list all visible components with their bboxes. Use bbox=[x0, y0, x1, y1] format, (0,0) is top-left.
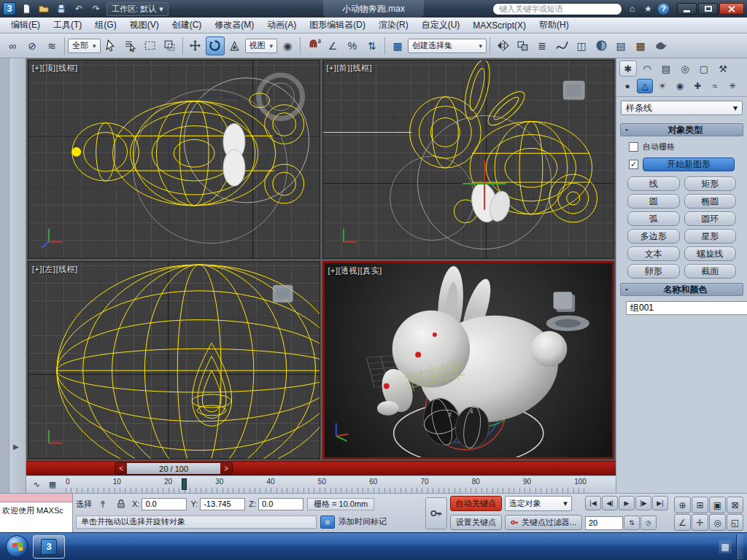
select-link-icon[interactable]: ∞ bbox=[3, 36, 22, 55]
help-icon[interactable]: ? bbox=[658, 4, 669, 15]
selection-filter-dropdown[interactable]: 全部 ▾ bbox=[68, 39, 101, 53]
field-of-view-icon[interactable]: ∠ bbox=[674, 514, 691, 531]
menu-customize[interactable]: 自定义(U) bbox=[415, 18, 467, 33]
tab-motion-icon[interactable]: ◎ bbox=[676, 61, 694, 77]
select-scale-icon[interactable] bbox=[225, 36, 244, 55]
tab-create-icon[interactable]: ✱ bbox=[619, 61, 637, 77]
schematic-view-icon[interactable]: ◫ bbox=[572, 36, 591, 55]
menu-views[interactable]: 视图(V) bbox=[123, 18, 166, 33]
y-input[interactable] bbox=[200, 498, 245, 510]
favorites-icon[interactable]: ★ bbox=[642, 4, 654, 14]
redo-icon[interactable]: ↷ bbox=[89, 2, 104, 15]
current-frame-input[interactable] bbox=[585, 516, 623, 530]
sub-geometry-icon[interactable]: ● bbox=[619, 79, 635, 93]
render-setup-icon[interactable]: ▤ bbox=[611, 36, 630, 55]
undo-icon[interactable]: ↶ bbox=[71, 2, 86, 15]
pan-icon[interactable]: ✛ bbox=[692, 514, 708, 531]
close-button[interactable] bbox=[719, 3, 744, 15]
render-icon[interactable] bbox=[651, 36, 670, 55]
name-color-header[interactable]: - 名称和颜色 bbox=[620, 283, 743, 296]
maximize-button[interactable] bbox=[698, 3, 718, 15]
viewport-perspective[interactable]: [+][透视][真实] bbox=[322, 261, 615, 460]
listener-line[interactable]: 欢迎使用 MAXSc bbox=[0, 502, 72, 532]
set-key-button[interactable]: 设置关键点 bbox=[450, 515, 502, 530]
layer-manager-icon[interactable]: ≣ bbox=[533, 36, 551, 55]
shape-button-arc[interactable]: 弧 bbox=[627, 211, 680, 226]
time-slider-handle[interactable]: < 20 / 100 > bbox=[115, 462, 233, 475]
menu-animation[interactable]: 动画(A) bbox=[260, 18, 303, 33]
menu-create[interactable]: 创建(C) bbox=[166, 18, 209, 33]
shape-button-star[interactable]: 星形 bbox=[684, 229, 737, 244]
current-frame-marker[interactable] bbox=[182, 478, 187, 490]
select-by-name-icon[interactable] bbox=[121, 36, 140, 55]
macro-recorder-line[interactable] bbox=[0, 494, 72, 502]
viewport-front[interactable]: [+][前][线框] bbox=[322, 60, 615, 259]
search-input[interactable] bbox=[492, 3, 622, 15]
isolate-icon[interactable] bbox=[96, 497, 110, 510]
lock-icon[interactable] bbox=[114, 497, 128, 510]
mirror-icon[interactable] bbox=[493, 36, 512, 55]
viewport-top[interactable]: [+][顶][线框] bbox=[28, 60, 320, 259]
unlink-icon[interactable]: ⊘ bbox=[23, 36, 42, 55]
shape-button-donut[interactable]: 圆环 bbox=[684, 211, 737, 226]
zoom-icon[interactable]: ⊕ bbox=[674, 497, 691, 513]
use-pivot-center-icon[interactable]: ◉ bbox=[278, 36, 297, 55]
curve-editor-icon[interactable] bbox=[552, 36, 571, 55]
orbit-icon[interactable]: ◎ bbox=[709, 514, 726, 531]
shape-button-helix[interactable]: 螺旋线 bbox=[684, 246, 737, 261]
expand-arrow-icon[interactable]: ▶ bbox=[13, 443, 19, 451]
sub-systems-icon[interactable]: ✳ bbox=[724, 79, 740, 93]
object-name-input[interactable] bbox=[626, 301, 747, 315]
sub-helpers-icon[interactable]: ✚ bbox=[689, 79, 705, 93]
rendered-frame-icon[interactable]: ▦ bbox=[631, 36, 650, 55]
mini-curve-editor-icon[interactable]: ∿ bbox=[29, 478, 44, 491]
shape-button-circle[interactable]: 圆 bbox=[627, 194, 680, 209]
sub-spacewarps-icon[interactable]: ≈ bbox=[707, 79, 723, 93]
viewport-left-label[interactable]: [+][左][线框] bbox=[32, 264, 78, 275]
autogrid-checkbox[interactable] bbox=[629, 142, 638, 152]
menu-maxscript[interactable]: MAXScript(X) bbox=[466, 19, 533, 32]
frame-spinner[interactable]: ⇅ bbox=[624, 516, 640, 530]
viewport-front-label[interactable]: [+][前][线框] bbox=[327, 63, 373, 74]
named-sets-dropdown[interactable]: 创建选择集 ▾ bbox=[408, 39, 487, 53]
new-file-icon[interactable] bbox=[19, 2, 34, 15]
next-frame-arrow[interactable]: > bbox=[220, 463, 232, 474]
edit-named-sets-icon[interactable]: ▦ bbox=[388, 36, 407, 55]
track-bar[interactable]: ∿ ▦ 0 10 20 30 40 50 60 70 80 90 100 bbox=[26, 475, 616, 493]
next-frame-icon[interactable]: |▶ bbox=[635, 496, 651, 510]
coord-system-dropdown[interactable]: 视图 ▾ bbox=[245, 39, 278, 53]
add-time-tag[interactable]: 添加时间标记 bbox=[338, 516, 387, 527]
time-config-icon[interactable]: ◷ bbox=[640, 516, 657, 530]
window-crossing-icon[interactable] bbox=[160, 36, 179, 55]
snap-toggle-icon[interactable]: 3 bbox=[303, 36, 322, 55]
menu-group[interactable]: 组(G) bbox=[88, 18, 123, 33]
sub-cameras-icon[interactable]: ◉ bbox=[672, 79, 688, 93]
key-filters-button[interactable]: 关键点过滤器... bbox=[505, 515, 582, 530]
tab-hierarchy-icon[interactable]: ▤ bbox=[657, 61, 675, 77]
shape-button-ngon[interactable]: 多边形 bbox=[627, 229, 680, 244]
select-move-icon[interactable] bbox=[186, 36, 205, 55]
menu-edit[interactable]: 编辑(E) bbox=[4, 18, 47, 33]
align-icon[interactable] bbox=[513, 36, 532, 55]
maxscript-mini-listener[interactable]: 欢迎使用 MAXSc bbox=[0, 494, 73, 532]
workspace-dropdown[interactable]: 工作区: 默认 ▾ bbox=[107, 2, 169, 16]
listener-open-icon[interactable]: ≡ bbox=[320, 516, 335, 529]
percent-snap-icon[interactable]: % bbox=[343, 36, 362, 55]
spinner-snap-icon[interactable]: ⇅ bbox=[363, 36, 382, 55]
time-slider[interactable]: < 20 / 100 > bbox=[26, 461, 616, 475]
shape-button-line[interactable]: 线 bbox=[627, 176, 680, 191]
tray-icon[interactable]: ▦ bbox=[719, 540, 732, 553]
go-start-icon[interactable]: |◀ bbox=[585, 496, 601, 510]
maximize-viewport-icon[interactable]: ◱ bbox=[727, 514, 743, 531]
open-file-icon[interactable] bbox=[36, 2, 51, 15]
key-selection-set-dropdown[interactable]: 选定对象 ▾ bbox=[505, 496, 572, 511]
go-end-icon[interactable]: ▶| bbox=[652, 496, 668, 510]
z-input[interactable] bbox=[258, 498, 303, 510]
show-desktop-button[interactable] bbox=[736, 534, 744, 559]
shape-button-ellipse[interactable]: 椭圆 bbox=[684, 194, 737, 209]
auto-key-button[interactable]: 自动关键点 bbox=[450, 496, 502, 511]
save-file-icon[interactable] bbox=[54, 2, 69, 15]
menu-help[interactable]: 帮助(H) bbox=[533, 18, 576, 33]
menu-tools[interactable]: 工具(T) bbox=[47, 18, 88, 33]
trackbar-ruler[interactable]: 0 10 20 30 40 50 60 70 80 90 100 bbox=[63, 476, 616, 493]
